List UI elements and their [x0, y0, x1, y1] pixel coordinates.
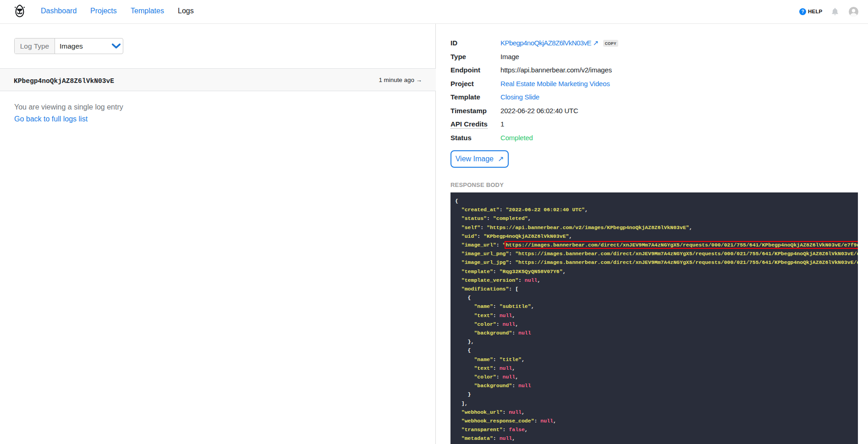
svg-text:?: ?: [801, 9, 804, 14]
